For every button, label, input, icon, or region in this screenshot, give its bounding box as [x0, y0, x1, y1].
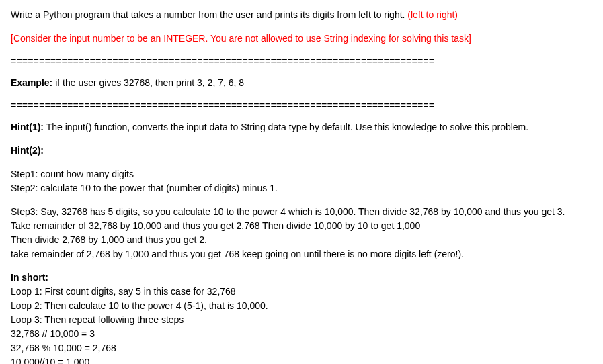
example-label: Example: — [11, 77, 52, 88]
task-text: Write a Python program that takes a numb… — [11, 9, 407, 20]
example-line: Example: if the user gives 32768, then p… — [11, 76, 592, 90]
hint2-step3-line: take remainder of 2,768 by 1,000 and thu… — [11, 247, 592, 261]
inshort-block: In short: Loop 1: First count digits, sa… — [11, 271, 592, 364]
hint1-label: Hint(1): — [11, 122, 44, 132]
inshort-line: 32,768 % 10,000 = 2,768 — [11, 341, 592, 355]
inshort-label: In short: — [11, 271, 592, 285]
hint1-line: Hint(1): The input() function, converts … — [11, 120, 592, 134]
example-text: if the user gives 32768, then print 3, 2… — [52, 77, 244, 88]
hint2-step3-line: Take remainder of 32,768 by 10,000 and t… — [11, 219, 592, 233]
hint2-steps12: Step1: count how many digits Step2: calc… — [11, 167, 592, 195]
inshort-line: Loop 2: Then calculate 10 to the power 4… — [11, 299, 592, 313]
hint2-step1: Step1: count how many digits — [11, 167, 592, 181]
inshort-line: 32,768 // 10,000 = 3 — [11, 327, 592, 341]
task-statement: Write a Python program that takes a numb… — [11, 8, 592, 22]
divider-line: ========================================… — [11, 99, 592, 113]
inshort-line: Loop 3: Then repeat following three step… — [11, 313, 592, 327]
inshort-line: 10,000//10 = 1,000 — [11, 355, 592, 364]
hint2-label: Hint(2): — [11, 144, 592, 158]
inshort-line: Loop 1: First count digits, say 5 in thi… — [11, 285, 592, 299]
hint2-steps3: Step3: Say, 32768 has 5 digits, so you c… — [11, 205, 592, 261]
hint2-step3-line: Then divide 2,768 by 1,000 and thus you … — [11, 233, 592, 247]
hint2-step2: Step2: calculate 10 to the power that (n… — [11, 181, 592, 195]
constraint-text: [Consider the input number to be an INTE… — [11, 32, 592, 46]
hint2-step3-line: Step3: Say, 32768 has 5 digits, so you c… — [11, 205, 592, 219]
divider-line: ========================================… — [11, 55, 592, 69]
hint1-text: The input() function, converts the input… — [44, 122, 528, 132]
task-highlight: (left to right) — [407, 9, 458, 20]
